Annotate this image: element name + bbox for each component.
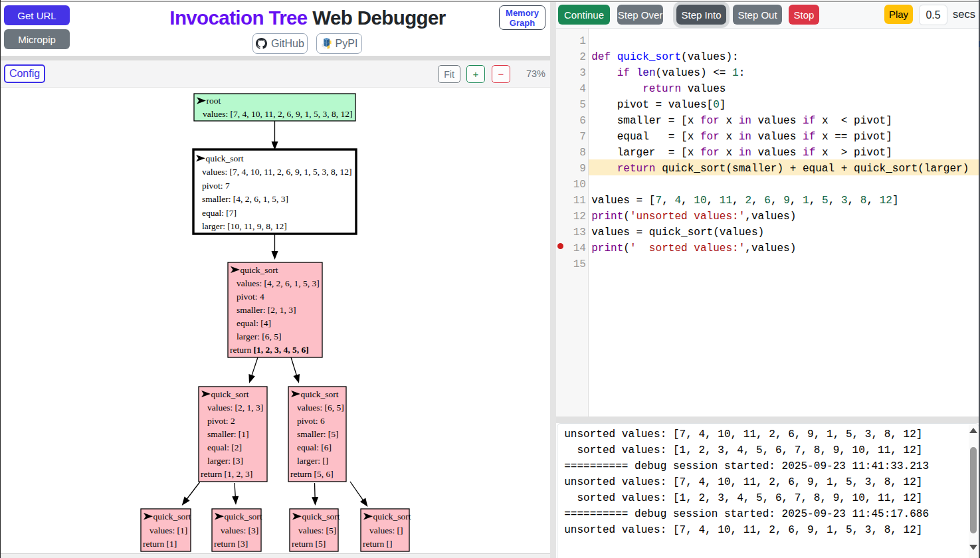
svg-text:larger: []: larger: [] — [297, 456, 328, 466]
svg-text:quick_sort: quick_sort — [153, 512, 191, 521]
svg-text:pivot: 7: pivot: 7 — [202, 181, 230, 191]
svg-text:return []: return [] — [363, 539, 393, 549]
svg-text:equal: [2]: equal: [2] — [207, 442, 242, 452]
svg-text:pivot: 6: pivot: 6 — [297, 416, 325, 426]
svg-text:smaller: [5]: smaller: [5] — [297, 429, 339, 439]
svg-text:pivot: 2: pivot: 2 — [207, 416, 235, 426]
svg-text:return [1]: return [1] — [143, 539, 177, 549]
svg-text:return [5]: return [5] — [292, 539, 326, 549]
svg-text:larger: [6, 5]: larger: [6, 5] — [237, 331, 282, 341]
svg-text:root: root — [207, 96, 221, 106]
svg-text:equal: [4]: equal: [4] — [237, 318, 271, 328]
svg-text:quick_sort: quick_sort — [225, 512, 262, 521]
svg-text:values: [7, 4, 10, 11, 2, 6, 9: values: [7, 4, 10, 11, 2, 6, 9, 1, 5, 3,… — [202, 167, 352, 177]
svg-text:values: [3]: values: [3] — [221, 525, 258, 535]
svg-text:values: [5]: values: [5] — [298, 525, 336, 535]
svg-text:smaller: [2, 1, 3]: smaller: [2, 1, 3] — [237, 305, 296, 315]
svg-text:quick_sort: quick_sort — [206, 153, 244, 163]
svg-text:quick_sort: quick_sort — [373, 512, 411, 521]
svg-text:values: []: values: [] — [369, 525, 403, 535]
svg-text:return [5, 6]: return [5, 6] — [290, 469, 334, 479]
svg-text:equal: [6]: equal: [6] — [297, 442, 332, 452]
svg-text:values: [6, 5]: values: [6, 5] — [297, 403, 344, 413]
svg-text:return [1, 2, 3, 4, 5, 6]: return [1, 2, 3, 4, 5, 6] — [230, 345, 309, 355]
svg-text:quick_sort: quick_sort — [241, 265, 278, 275]
svg-text:values: [2, 1, 3]: values: [2, 1, 3] — [207, 403, 263, 413]
svg-text:quick_sort: quick_sort — [302, 512, 340, 521]
svg-text:equal: [7]: equal: [7] — [202, 208, 237, 218]
svg-text:larger: [10, 11, 9, 8, 12]: larger: [10, 11, 9, 8, 12] — [202, 221, 287, 231]
svg-text:values: [1]: values: [1] — [149, 525, 187, 535]
svg-text:return [3]: return [3] — [214, 539, 248, 549]
svg-text:quick_sort: quick_sort — [211, 389, 249, 399]
svg-text:return [1, 2, 3]: return [1, 2, 3] — [201, 469, 252, 479]
svg-text:smaller: [4, 2, 6, 1, 5, 3]: smaller: [4, 2, 6, 1, 5, 3] — [202, 194, 288, 204]
svg-text:pivot: 4: pivot: 4 — [237, 292, 264, 302]
svg-text:quick_sort: quick_sort — [301, 389, 339, 399]
svg-text:larger: [3]: larger: [3] — [207, 456, 243, 466]
svg-text:smaller: [1]: smaller: [1] — [207, 429, 249, 439]
svg-text:values: [4, 2, 6, 1, 5, 3]: values: [4, 2, 6, 1, 5, 3] — [237, 278, 320, 288]
svg-text:values: [7, 4, 10, 11, 2, 6, 9: values: [7, 4, 10, 11, 2, 6, 9, 1, 5, 3,… — [203, 109, 353, 119]
